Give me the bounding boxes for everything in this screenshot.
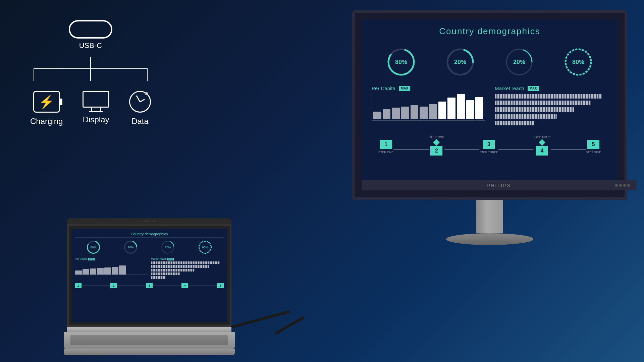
step-2-box: 2 — [430, 146, 442, 156]
per-capita-chart: Per Capita MAX — [372, 85, 485, 125]
charging-item: ⚡ Charging — [30, 91, 63, 126]
mini-gauge-3-label: 20% — [165, 246, 171, 249]
mini-h-chart — [151, 261, 224, 279]
laptop-mic — [143, 220, 150, 222]
h-bar-row-5 — [495, 121, 608, 125]
charging-icon: ⚡ — [33, 91, 60, 113]
usb-cable-2 — [274, 316, 305, 335]
step-2-diamond — [433, 139, 440, 146]
laptop-hinge — [67, 327, 231, 332]
tree-branch-right — [147, 69, 148, 81]
philips-brand: PHILIPS — [487, 183, 511, 188]
mini-connector-3 — [153, 286, 181, 286]
mini-connector-2 — [117, 286, 146, 286]
bar-4 — [401, 107, 409, 119]
mini-step-2: 2 — [110, 283, 117, 288]
mini-connector-1 — [82, 286, 110, 286]
mini-market-reach-title: Market reach MAX — [151, 257, 224, 260]
bar-11 — [466, 100, 474, 119]
h-bar-row-4 — [495, 114, 608, 119]
monitor-bezel-bottom: PHILIPS — [362, 180, 637, 190]
h-bar-5 — [495, 121, 534, 125]
bar-3 — [392, 108, 400, 119]
step-1-item: 1 STEP ONE — [378, 138, 393, 154]
display-label: Display — [83, 115, 109, 124]
mini-bar-chart — [75, 261, 148, 275]
monitor-neck — [476, 200, 503, 233]
monitor-controls[interactable] — [615, 184, 630, 187]
step-1-box: 1 — [380, 140, 392, 149]
dashboard-title: Country demographics — [372, 26, 608, 40]
h-bar-3 — [495, 107, 574, 112]
gauge-4-label: 80% — [572, 59, 584, 66]
usb-cable — [231, 310, 290, 328]
data-item: ↺ Data — [129, 91, 151, 126]
usbc-label: USB-C — [79, 41, 102, 50]
tree-branch-center — [90, 69, 91, 81]
mini-charts-row: Per Capita MAX Marke — [75, 257, 224, 279]
step-5-label-bottom: STEP FIVE — [586, 150, 601, 154]
step-4-label-top: STEP FOUR — [533, 135, 550, 139]
steps-row: 1 STEP ONE STEP TWO 2 3 STEP THREE — [372, 132, 608, 160]
display-item: Display — [83, 91, 109, 126]
bar-12 — [475, 97, 483, 119]
step-1-label-bottom: STEP ONE — [378, 150, 393, 154]
usbc-connector-icon — [69, 20, 112, 39]
mini-step-5: 5 — [217, 283, 224, 288]
ctrl-dot-1[interactable] — [615, 184, 618, 187]
tree-vline-center — [90, 69, 91, 81]
diagram-tree — [34, 57, 148, 81]
tree-branches — [34, 69, 148, 81]
data-clock-icon: ↺ — [129, 91, 151, 113]
mini-dashboard-title: Country demographics — [75, 232, 224, 238]
mini-gauge-4: 80% — [198, 240, 213, 255]
laptop-keyboard-area — [64, 332, 235, 349]
step-2-label-top: STEP TWO — [429, 135, 444, 139]
charts-row: Per Capita MAX — [372, 85, 608, 125]
h-bar-2 — [495, 101, 591, 105]
h-bar-row-1 — [495, 94, 608, 99]
ctrl-dot-4[interactable] — [627, 184, 630, 187]
usb-diagram-section: USB-C ⚡ Charging — [20, 20, 161, 126]
monitor-screen: Country demographics 80% — [362, 19, 618, 180]
gauge-1: 80% — [386, 47, 416, 77]
laptop-camera-bar — [67, 218, 231, 224]
step-3-box: 3 — [483, 140, 495, 149]
mini-steps: 1 2 3 4 5 — [75, 282, 224, 290]
ctrl-dot-3[interactable] — [623, 184, 626, 187]
market-reach-h-chart — [495, 94, 608, 125]
step-connector-4 — [551, 149, 586, 150]
step-connector-2 — [444, 149, 480, 150]
bar-5 — [411, 105, 419, 119]
bar-8 — [438, 102, 446, 119]
mini-gauge-2-label: 20% — [127, 246, 133, 249]
charging-bolt-symbol: ⚡ — [39, 96, 54, 108]
step-4-item: STEP FOUR 4 — [533, 135, 550, 157]
mini-gauge-4-label: 80% — [202, 246, 208, 249]
tree-branch-left — [34, 69, 34, 81]
h-bar-4 — [495, 114, 557, 119]
mini-step-1: 1 — [75, 283, 82, 288]
display-stand-shape — [91, 108, 101, 111]
bar-1 — [373, 112, 381, 119]
h-bar-row-3 — [495, 107, 608, 112]
display-screen-shape — [83, 91, 109, 108]
step-5-item: 5 STEP FIVE — [586, 138, 601, 154]
step-connector-1 — [393, 149, 429, 150]
per-capita-bar-chart — [372, 94, 485, 121]
step-3-label-bottom: STEP THREE — [479, 150, 498, 154]
clock-hand-short — [140, 99, 145, 102]
bar-9 — [447, 98, 455, 119]
icons-row: ⚡ Charging Display ↺ Data — [30, 91, 151, 126]
monitor-base — [446, 233, 533, 245]
laptop-section: Country demographics 80% 20% — [67, 218, 231, 355]
mini-per-capita-title: Per Capita MAX — [75, 257, 148, 260]
gauge-1-label: 80% — [395, 59, 407, 66]
mini-gauge-1: 80% — [86, 240, 101, 255]
laptop-screen-frame: Country demographics 80% 20% — [67, 224, 231, 327]
ctrl-dot-2[interactable] — [619, 184, 622, 187]
keyboard-visual — [70, 335, 228, 345]
market-reach-badge: MAX — [528, 86, 539, 91]
refresh-arrow-icon: ↺ — [144, 91, 148, 96]
tree-vline-right — [147, 69, 148, 81]
